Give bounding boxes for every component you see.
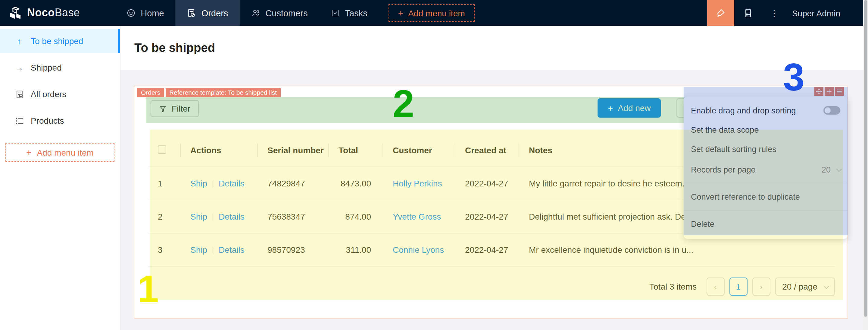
details-link[interactable]: Details: [219, 212, 245, 221]
nav-item-orders[interactable]: Orders: [176, 0, 240, 26]
created-at-cell: 2022-04-27: [455, 212, 519, 221]
customer-link[interactable]: Yvette Gross: [393, 212, 441, 221]
ship-link[interactable]: Ship: [190, 212, 207, 221]
hamburger-menu-icon: [836, 88, 843, 95]
serial-cell: 98570923: [258, 245, 329, 255]
total-cell: 8473.00: [329, 178, 383, 188]
nav-item-home[interactable]: Home: [115, 0, 175, 26]
sidebar-item-shipped[interactable]: → Shipped: [0, 55, 120, 80]
menu-item-drag-sort[interactable]: Enable drag and drop sorting: [684, 101, 847, 120]
plus-icon: [826, 88, 833, 95]
scrollbar[interactable]: [863, 0, 868, 330]
row-actions: ShipDetails: [181, 245, 258, 255]
drag-handle-button[interactable]: [814, 87, 824, 96]
row-actions: ShipDetails: [181, 178, 258, 188]
menu-item-delete[interactable]: Delete: [684, 213, 847, 235]
top-navbar: NocoBase Home Orders: [0, 0, 868, 26]
ship-link[interactable]: Ship: [190, 245, 207, 255]
nav-item-customers[interactable]: Customers: [240, 0, 319, 26]
chevron-left-icon: ‹: [714, 282, 717, 291]
pagination-prev-button[interactable]: ‹: [706, 277, 724, 296]
arrow-right-icon: →: [14, 63, 24, 73]
column-header-created-at: Created at: [455, 145, 519, 155]
ship-link[interactable]: Ship: [190, 178, 207, 188]
select-all-checkbox[interactable]: [158, 145, 166, 154]
filter-button[interactable]: Filter: [151, 100, 199, 117]
navbar-add-menu-item-button[interactable]: + Add menu item: [389, 4, 475, 22]
customer-cell: Holly Perkins: [383, 178, 455, 188]
sidebar-item-all-orders[interactable]: All orders: [0, 82, 120, 106]
pagination: Total 3 items ‹ 1 › 20 / page: [148, 277, 835, 296]
block-settings-button[interactable]: [835, 87, 844, 96]
chevron-down-icon: [824, 283, 830, 289]
total-cell: 311.00: [329, 245, 383, 255]
page-size-select[interactable]: 20 / page: [775, 277, 835, 296]
created-at-cell: 2022-04-27: [455, 245, 519, 255]
highlighter-pen-icon: [716, 8, 726, 18]
menu-item-convert-reference[interactable]: Convert reference to duplicate: [684, 186, 847, 208]
total-cell: 874.00: [329, 212, 383, 221]
app-viewport: NocoBase Home Orders: [0, 0, 868, 330]
row-index: 1: [148, 178, 181, 188]
created-at-cell: 2022-04-27: [455, 178, 519, 188]
customer-link[interactable]: Holly Perkins: [393, 178, 442, 188]
block-corner-actions: [814, 87, 844, 96]
sidebar-add-menu-item-button[interactable]: + Add menu item: [5, 143, 115, 162]
scrollbar-thumb[interactable]: [864, 0, 867, 317]
action-separator: [213, 247, 213, 254]
column-header-total: Total: [329, 145, 383, 155]
customer-link[interactable]: Connie Lyons: [393, 245, 444, 255]
menu-divider: [684, 183, 847, 184]
chevron-right-icon: ›: [760, 282, 763, 291]
menu-divider: [684, 210, 847, 211]
pagination-next-button[interactable]: ›: [752, 277, 770, 296]
drag-sort-toggle[interactable]: [824, 106, 840, 115]
sidebar: ↑ To be shipped → Shipped All orders: [0, 26, 121, 330]
column-header-customer: Customer: [383, 145, 455, 155]
sidebar-item-products[interactable]: Products: [0, 109, 120, 133]
menu-item-data-scope[interactable]: Set the data scope: [684, 120, 847, 139]
details-link[interactable]: Details: [219, 245, 245, 255]
row-index: 3: [148, 245, 181, 255]
customer-cell: Yvette Gross: [383, 212, 455, 221]
menu-item-records-per-page[interactable]: Records per page 20: [684, 159, 847, 181]
smile-icon: [126, 8, 135, 18]
add-block-button[interactable]: [825, 87, 834, 96]
action-separator: [213, 214, 213, 221]
unordered-list-icon: [14, 116, 24, 125]
more-options-kebab-icon[interactable]: ⋮: [762, 7, 787, 19]
nocobase-cube-icon: [9, 6, 22, 20]
nav-item-tasks[interactable]: Tasks: [319, 0, 379, 26]
action-separator: [213, 181, 213, 188]
serial-cell: 75638347: [258, 212, 329, 221]
notes-cell: Mr excellence inquietude conviction is i…: [519, 245, 835, 255]
file-done-icon: [187, 8, 196, 18]
records-per-page-select[interactable]: 20: [822, 165, 840, 174]
add-new-button[interactable]: + Add new: [597, 98, 661, 118]
plus-icon: +: [608, 103, 613, 113]
reference-template-tag: Reference template: To be shipped list: [166, 88, 280, 97]
column-header-actions: Actions: [181, 145, 258, 155]
table-bottom-border: [148, 266, 835, 267]
drag-arrows-icon: [815, 88, 822, 95]
details-link[interactable]: Details: [219, 178, 245, 188]
team-icon: [251, 8, 260, 18]
customer-cell: Connie Lyons: [383, 245, 455, 255]
page-header: To be shipped: [121, 26, 868, 70]
file-done-icon: [14, 90, 24, 99]
block-settings-menu: Enable drag and drop sorting Set the dat…: [684, 97, 847, 239]
sidebar-item-to-be-shipped[interactable]: ↑ To be shipped: [0, 29, 120, 53]
ui-editor-button[interactable]: [707, 0, 734, 26]
menu-item-sorting-rules[interactable]: Set default sorting rules: [684, 139, 847, 159]
pagination-page-1[interactable]: 1: [729, 277, 747, 296]
current-user-menu[interactable]: Super Admin: [787, 8, 840, 18]
collections-button[interactable]: [734, 0, 762, 26]
plus-icon: +: [398, 8, 404, 18]
topbar-right: ⋮ Super Admin: [707, 0, 840, 26]
column-header-serial: Serial number: [258, 145, 329, 155]
nocobase-logo[interactable]: NocoBase: [0, 6, 80, 20]
page-title: To be shipped: [121, 41, 215, 55]
arrow-up-icon: ↑: [14, 36, 24, 46]
collection-tag: Orders: [137, 88, 164, 97]
check-square-icon: [331, 8, 340, 18]
